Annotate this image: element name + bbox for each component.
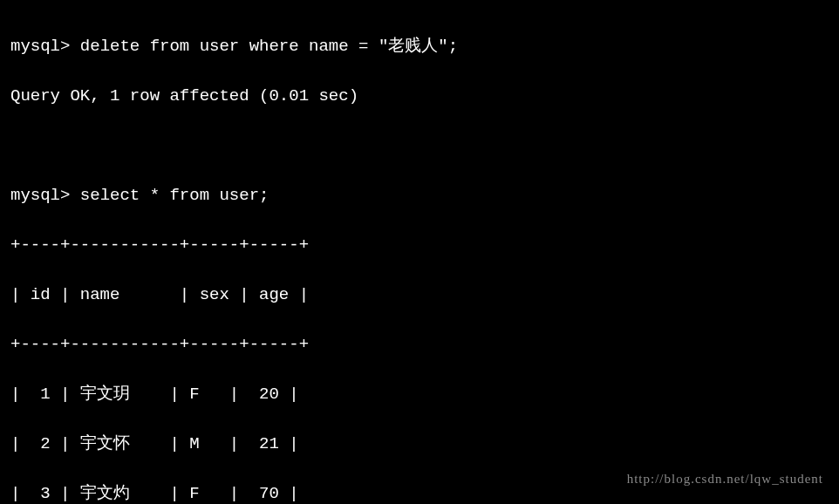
table-header: | id | name | sex | age |	[10, 283, 829, 308]
terminal-output: mysql> delete from user where name = "老贱…	[10, 9, 829, 504]
mysql-prompt: mysql>	[10, 37, 70, 56]
mysql-prompt: mysql>	[10, 186, 70, 205]
watermark-text: http://blog.csdn.net/lqw_student	[627, 469, 823, 489]
table-row: | 1 | 宇文玥 | F | 20 |	[10, 382, 829, 407]
command-line-delete: mysql> delete from user where name = "老贱…	[10, 34, 829, 59]
delete-command: delete from user where name = "老贱人";	[80, 37, 458, 56]
delete-result: Query OK, 1 row affected (0.01 sec)	[10, 84, 829, 109]
table-border-mid: +----+-----------+-----+-----+	[10, 332, 829, 358]
select-command: select * from user;	[80, 186, 269, 205]
table-row: | 2 | 宇文怀 | M | 21 |	[10, 432, 829, 457]
table-border-top: +----+-----------+-----+-----+	[10, 233, 829, 258]
command-line-select: mysql> select * from user;	[10, 183, 829, 208]
blank-line	[10, 133, 829, 159]
